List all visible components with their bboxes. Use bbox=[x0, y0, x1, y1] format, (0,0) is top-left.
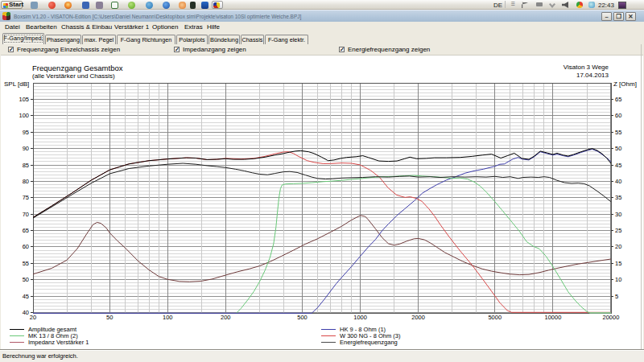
svg-text:40: 40 bbox=[615, 178, 621, 185]
svg-text:10000: 10000 bbox=[544, 314, 561, 321]
svg-text:50: 50 bbox=[615, 145, 621, 152]
svg-text:55: 55 bbox=[23, 260, 29, 267]
svg-text:40: 40 bbox=[23, 309, 29, 316]
svg-text:500: 500 bbox=[297, 314, 308, 321]
svg-text:35: 35 bbox=[615, 194, 621, 201]
svg-text:2000: 2000 bbox=[411, 314, 425, 321]
svg-text:15: 15 bbox=[615, 260, 621, 267]
svg-text:65: 65 bbox=[615, 96, 621, 103]
svg-text:1000: 1000 bbox=[353, 314, 367, 321]
svg-text:100: 100 bbox=[163, 314, 173, 321]
svg-text:20: 20 bbox=[30, 314, 36, 321]
svg-text:65: 65 bbox=[23, 227, 29, 234]
svg-text:60: 60 bbox=[23, 243, 29, 250]
svg-text:5: 5 bbox=[615, 293, 618, 300]
svg-text:90: 90 bbox=[23, 145, 29, 152]
svg-text:45: 45 bbox=[23, 293, 29, 300]
svg-text:55: 55 bbox=[615, 129, 621, 136]
svg-text:105: 105 bbox=[19, 96, 29, 103]
svg-text:80: 80 bbox=[23, 178, 29, 185]
svg-text:10: 10 bbox=[615, 276, 621, 283]
svg-text:70: 70 bbox=[23, 211, 29, 218]
svg-text:85: 85 bbox=[23, 162, 29, 169]
svg-text:100: 100 bbox=[19, 112, 29, 119]
svg-text:75: 75 bbox=[23, 194, 29, 201]
svg-text:95: 95 bbox=[23, 129, 29, 136]
svg-text:50: 50 bbox=[106, 314, 113, 321]
svg-text:45: 45 bbox=[615, 162, 621, 169]
svg-text:30: 30 bbox=[615, 211, 621, 218]
svg-text:20: 20 bbox=[615, 243, 621, 250]
svg-text:50: 50 bbox=[23, 276, 29, 283]
svg-text:25: 25 bbox=[615, 227, 621, 234]
svg-text:200: 200 bbox=[221, 314, 231, 321]
svg-text:5000: 5000 bbox=[488, 314, 502, 321]
svg-text:20000: 20000 bbox=[602, 314, 619, 321]
svg-text:60: 60 bbox=[615, 112, 621, 119]
